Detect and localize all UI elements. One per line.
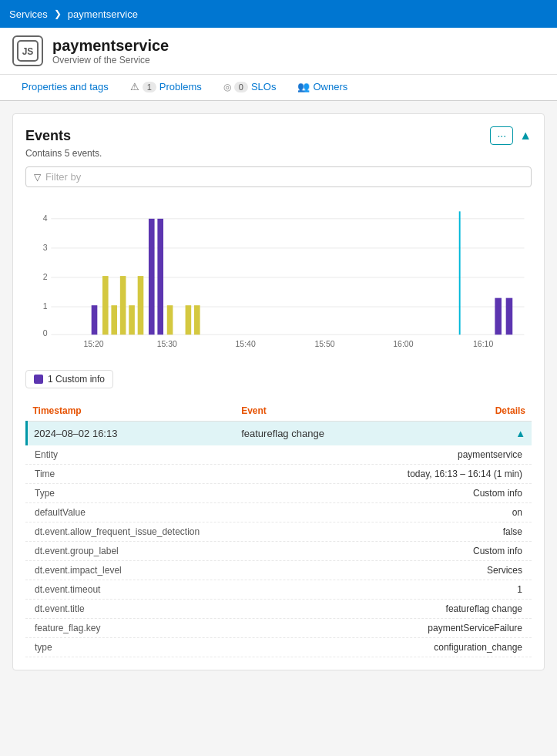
- event-timestamp: 2024–08–02 16:13: [27, 422, 236, 446]
- detail-key-impact-level: dt.event.impact_level: [35, 565, 189, 576]
- svg-text:16:00: 16:00: [393, 340, 413, 348]
- detail-value-defaultvalue: on: [512, 507, 522, 518]
- detail-key-entity: Entity: [35, 449, 189, 460]
- service-icon: JS: [12, 35, 43, 66]
- tab-problems-label: Problems: [159, 81, 202, 92]
- svg-rect-18: [149, 219, 155, 334]
- tab-slos[interactable]: ◎ 0 SLOs: [214, 75, 286, 100]
- svg-text:15:20: 15:20: [83, 340, 103, 348]
- detail-row-type: Type Custom info: [25, 484, 532, 503]
- svg-rect-20: [167, 305, 173, 334]
- detail-value-event-title: featureflag change: [446, 603, 522, 614]
- service-subtitle: Overview of the Service: [52, 55, 169, 66]
- svg-rect-21: [186, 305, 192, 334]
- svg-rect-14: [111, 305, 117, 334]
- events-chart: 4 3 2 1 0: [25, 197, 532, 358]
- tab-owners[interactable]: 👥 Owners: [288, 75, 357, 100]
- tab-bar: Properties and tags ⚠ 1 Problems ◎ 0 SLO…: [0, 75, 557, 101]
- svg-rect-22: [194, 305, 200, 334]
- svg-text:4: 4: [43, 214, 48, 223]
- slos-icon: ◎: [223, 82, 231, 92]
- detail-value-impact-level: Services: [487, 565, 522, 576]
- detail-key-allow-detection: dt.event.allow_frequent_issue_detection: [35, 526, 200, 537]
- svg-rect-12: [92, 305, 98, 334]
- svg-text:15:50: 15:50: [314, 340, 334, 348]
- svg-rect-17: [138, 276, 144, 334]
- detail-row-entity: Entity paymentservice: [25, 445, 532, 465]
- detail-value-entity: paymentservice: [458, 449, 522, 460]
- events-collapse-button[interactable]: ▲: [519, 129, 532, 143]
- event-details-section: Entity paymentservice Time today, 16:13 …: [25, 445, 532, 657]
- legend-custom-info[interactable]: 1 Custom info: [25, 370, 113, 388]
- top-navigation: Services ❯ paymentservice: [0, 0, 557, 28]
- svg-text:JS: JS: [22, 46, 34, 57]
- detail-row-group-label: dt.event.group_label Custom info: [25, 542, 532, 561]
- detail-row-defaultvalue: defaultValue on: [25, 503, 532, 522]
- detail-key-time: Time: [35, 469, 189, 479]
- detail-row-impact-level: dt.event.impact_level Services: [25, 561, 532, 580]
- tab-slos-label: SLOs: [251, 81, 277, 92]
- events-header-actions: ··· ▲: [490, 126, 532, 145]
- chart-legend: 1 Custom info: [25, 370, 532, 388]
- filter-bar[interactable]: ▽ Filter by: [25, 166, 532, 187]
- tab-properties-label: Properties and tags: [22, 81, 109, 92]
- event-name: featureflag change: [235, 422, 440, 446]
- detail-value-type-2: configuration_change: [434, 642, 522, 653]
- events-menu-button[interactable]: ···: [490, 126, 513, 145]
- col-details: Details: [440, 401, 532, 422]
- service-info: paymentservice Overview of the Service: [52, 37, 169, 66]
- events-title: Events: [25, 128, 71, 144]
- legend-dot-custom-info: [34, 375, 43, 384]
- svg-rect-15: [120, 276, 126, 334]
- problems-icon: ⚠: [130, 81, 139, 92]
- col-timestamp: Timestamp: [27, 401, 236, 422]
- problems-badge: 1: [143, 82, 156, 92]
- tab-owners-label: Owners: [313, 81, 347, 92]
- detail-key-feature-key: feature_flag.key: [35, 623, 189, 633]
- detail-key-type-2: type: [35, 642, 189, 653]
- detail-key-event-title: dt.event.title: [35, 603, 189, 614]
- detail-key-timeout: dt.event.timeout: [35, 584, 189, 595]
- detail-value-feature-key: paymentServiceFailure: [428, 623, 522, 633]
- events-count: Contains 5 events.: [25, 148, 532, 159]
- detail-value-type: Custom info: [473, 488, 522, 499]
- filter-placeholder: Filter by: [45, 171, 81, 183]
- detail-row-time: Time today, 16:13 – 16:14 (1 min): [25, 465, 532, 484]
- service-title: paymentservice: [52, 37, 169, 55]
- detail-row-type-2: type configuration_change: [25, 638, 532, 657]
- owners-icon: 👥: [297, 81, 310, 92]
- event-table-row[interactable]: 2024–08–02 16:13 featureflag change ▲: [27, 422, 532, 446]
- detail-value-allow-detection: false: [503, 526, 522, 537]
- detail-row-feature-key: feature_flag.key paymentServiceFailure: [25, 619, 532, 638]
- tab-problems[interactable]: ⚠ 1 Problems: [121, 75, 211, 100]
- events-table: Timestamp Event Details 2024–08–02 16:13…: [25, 401, 532, 445]
- events-card: Events ··· ▲ Contains 5 events. ▽ Filter…: [12, 113, 545, 670]
- nav-chevron-icon: ❯: [54, 8, 62, 19]
- svg-text:15:40: 15:40: [236, 340, 256, 348]
- svg-rect-13: [102, 276, 109, 334]
- detail-value-timeout: 1: [517, 584, 522, 595]
- service-header: JS paymentservice Overview of the Servic…: [0, 28, 557, 75]
- nav-current-page: paymentservice: [68, 8, 138, 20]
- svg-text:0: 0: [43, 329, 48, 338]
- svg-text:2: 2: [43, 273, 48, 281]
- detail-key-group-label: dt.event.group_label: [35, 546, 189, 556]
- slos-badge: 0: [234, 82, 248, 92]
- events-header: Events ··· ▲: [25, 126, 532, 145]
- legend-label-custom-info: 1 Custom info: [48, 374, 105, 385]
- tab-properties[interactable]: Properties and tags: [12, 75, 118, 100]
- detail-row-event-title: dt.event.title featureflag change: [25, 600, 532, 619]
- svg-text:16:10: 16:10: [473, 340, 493, 348]
- event-chevron[interactable]: ▲: [440, 422, 532, 446]
- chart-area: 4 3 2 1 0: [25, 197, 532, 361]
- col-event: Event: [235, 401, 440, 422]
- detail-value-group-label: Custom info: [473, 546, 522, 556]
- svg-text:3: 3: [43, 244, 48, 252]
- svg-text:15:30: 15:30: [157, 340, 177, 348]
- detail-value-time: today, 16:13 – 16:14 (1 min): [408, 469, 522, 479]
- detail-row-timeout: dt.event.timeout 1: [25, 580, 532, 600]
- events-table-header: Timestamp Event Details: [27, 401, 532, 422]
- nav-services-link[interactable]: Services: [9, 8, 54, 20]
- svg-rect-19: [157, 219, 163, 334]
- main-content: Events ··· ▲ Contains 5 events. ▽ Filter…: [0, 101, 557, 683]
